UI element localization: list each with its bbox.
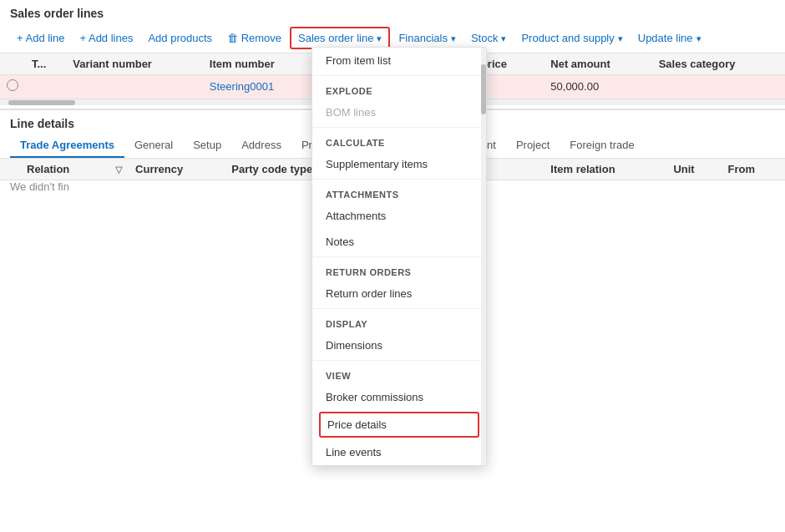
tab-trade-agreements[interactable]: Trade Agreements [10, 134, 124, 158]
col-net-amount: Net amount [544, 53, 651, 75]
chevron-down-icon [618, 32, 623, 44]
add-products-button[interactable]: Add products [141, 28, 219, 48]
trade-col-item-relation: Item relation [544, 159, 666, 180]
row-t [25, 75, 66, 99]
dropdown-attachments[interactable]: Attachments [312, 203, 486, 229]
dropdown-supplementary-items[interactable]: Supplementary items [312, 151, 486, 177]
add-lines-button[interactable]: + Add lines [73, 28, 139, 48]
trade-col-unit: Unit [666, 159, 721, 180]
chevron-down-icon [696, 32, 701, 44]
tab-address[interactable]: Address [231, 134, 291, 158]
update-line-button[interactable]: Update line [631, 28, 708, 48]
tab-general[interactable]: General [124, 134, 183, 158]
chevron-down-icon [377, 32, 382, 44]
dropdown-section-calculate: CALCULATE [312, 129, 486, 151]
col-checkbox [0, 53, 25, 75]
row-net-amount: 50,000.00 [544, 75, 651, 99]
dropdown-broker-commissions[interactable]: Broker commissions [312, 384, 486, 410]
financials-button[interactable]: Financials [392, 28, 463, 48]
sales-order-line-dropdown: From item list EXPLODE BOM lines CALCULA… [311, 47, 487, 466]
dropdown-section-explode: EXPLODE [312, 78, 486, 99]
dropdown-dimensions[interactable]: Dimensions [312, 332, 486, 358]
row-item-number[interactable]: Steering0001 [203, 75, 319, 99]
tab-setup[interactable]: Setup [183, 134, 231, 158]
col-variant: Variant number [66, 53, 203, 75]
chevron-down-icon [451, 32, 456, 44]
dropdown-section-display: DISPLAY [312, 311, 486, 332]
stock-button[interactable]: Stock [464, 28, 514, 48]
col-item: Item number [203, 53, 319, 75]
tab-foreign-trade[interactable]: Foreign trade [560, 134, 644, 158]
row-sales-category [652, 75, 785, 99]
dropdown-from-item-list[interactable]: From item list [312, 48, 486, 73]
row-radio[interactable] [0, 75, 25, 99]
dropdown-scrollbar[interactable] [481, 48, 486, 465]
dropdown-section-return-orders: RETURN ORDERS [312, 259, 486, 281]
empty-state-text: We didn't fin [0, 174, 79, 193]
dropdown-section-view: VIEW [312, 362, 486, 384]
col-sales-category: Sales category [652, 53, 785, 75]
section-title: Sales order lines [0, 0, 785, 23]
sales-order-line-button[interactable]: Sales order line [290, 27, 390, 49]
remove-button[interactable]: 🗑 Remove [220, 28, 288, 48]
filter-icon[interactable]: ▽ [115, 165, 122, 175]
scroll-thumb[interactable] [8, 100, 75, 105]
product-supply-button[interactable]: Product and supply [514, 28, 629, 48]
tab-project[interactable]: Project [506, 134, 560, 158]
add-line-button[interactable]: + Add line [10, 28, 71, 48]
row-variant [66, 75, 203, 99]
dropdown-price-details[interactable]: Price details [319, 412, 479, 438]
dropdown-notes[interactable]: Notes [312, 229, 486, 255]
trade-col-from: From [721, 159, 785, 180]
dropdown-section-attachments: ATTACHMENTS [312, 181, 486, 203]
chevron-down-icon [501, 32, 506, 44]
col-t: T... [25, 53, 66, 75]
trade-col-currency: Currency [129, 159, 225, 180]
dropdown-return-order-lines[interactable]: Return order lines [312, 281, 486, 307]
dropdown-line-events[interactable]: Line events [312, 439, 486, 465]
trade-col-filter[interactable]: ▽ [109, 159, 129, 180]
dropdown-bom-lines[interactable]: BOM lines [312, 99, 486, 125]
dropdown-scroll-thumb[interactable] [481, 64, 486, 114]
